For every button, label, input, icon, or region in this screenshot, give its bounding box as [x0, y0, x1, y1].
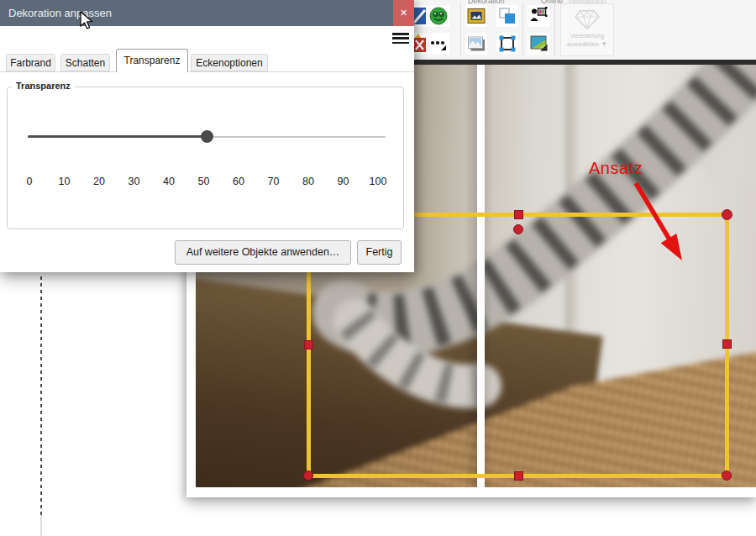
- tick-label: 60: [225, 176, 252, 187]
- framed-picture-icon: [465, 5, 487, 27]
- tick-label: 20: [86, 176, 113, 187]
- dialog-menu-button[interactable]: [392, 33, 409, 44]
- toolbar: Dekoration Online Veredelung: [414, 0, 756, 65]
- toolbar-button-photo[interactable]: [465, 33, 487, 55]
- frame-handles-icon: [496, 33, 518, 55]
- veredelung-button[interactable]: Veredelung auswählen ▼: [560, 3, 614, 56]
- annotation-text[interactable]: Ansatz: [589, 159, 643, 178]
- toolbar-bottom-strip: [414, 60, 756, 65]
- handle-bottom-left[interactable]: [303, 470, 313, 481]
- toolbar-button-frame[interactable]: [496, 33, 518, 55]
- toolbar-button-partial2[interactable]: [414, 33, 428, 55]
- handle-right-middle[interactable]: [722, 339, 732, 349]
- transparency-groupbox: [7, 87, 404, 229]
- dialog-title: Dekoration anpassen: [8, 0, 112, 26]
- person-photo-icon: [528, 5, 549, 27]
- layout-guide-line: [40, 276, 42, 515]
- close-icon: ✕: [400, 8, 407, 18]
- hamburger-icon: [392, 33, 409, 35]
- tick-label: 100: [365, 176, 391, 187]
- apply-to-more-button[interactable]: Auf weitere Objekte anwenden…: [175, 240, 351, 265]
- tick-label: 30: [121, 176, 148, 187]
- diamond-icon: [573, 8, 601, 30]
- ellipsis-icon: [428, 33, 449, 55]
- handle-rotate[interactable]: [513, 224, 523, 234]
- handle-top-middle[interactable]: [514, 210, 523, 219]
- layout-guide-line-end: [40, 515, 42, 536]
- close-button[interactable]: ✕: [393, 0, 414, 26]
- tab-schatten[interactable]: Schatten: [60, 54, 110, 71]
- transparency-slider-handle[interactable]: [201, 130, 213, 143]
- handle-left-middle[interactable]: [304, 340, 313, 349]
- tab-pane-border: [0, 71, 414, 72]
- transparency-slider-track[interactable]: [207, 136, 386, 138]
- overlap-squares-icon: [496, 5, 518, 27]
- tick-label: 70: [260, 176, 287, 187]
- veredelung-label-2: auswählen: [567, 40, 599, 48]
- tab-transparenz[interactable]: Transparenz: [116, 49, 188, 72]
- chevron-down-icon: ▼: [601, 40, 607, 48]
- transparency-group-label: Transparenz: [12, 81, 75, 91]
- toolbar-separator: [522, 3, 523, 56]
- done-button[interactable]: Fertig: [357, 240, 402, 265]
- toolbar-button-person-photo[interactable]: [528, 5, 549, 27]
- handle-top-right[interactable]: [722, 209, 732, 220]
- tick-label: 0: [16, 176, 43, 187]
- veredelung-label-1: Veredelung: [570, 32, 604, 39]
- toolbar-button-colorize[interactable]: [528, 33, 549, 55]
- smiley-icon: [428, 5, 449, 27]
- tab-eckenoptionen[interactable]: Eckenoptionen: [191, 54, 268, 71]
- toolbar-button-framed-picture[interactable]: [465, 5, 487, 27]
- toolbar-separator: [460, 3, 461, 56]
- handle-bottom-middle[interactable]: [514, 471, 523, 481]
- tab-farbrand[interactable]: Farbrand: [6, 54, 55, 71]
- tick-label: 50: [191, 176, 218, 187]
- slider-tick-labels: 0 10 20 30 40 50 60 70 80 90 100: [16, 176, 391, 187]
- photo-icon: [465, 33, 487, 55]
- toolbar-button-overlap[interactable]: [496, 5, 518, 27]
- toolbar-separator: [554, 3, 555, 56]
- decoration-dialog: Dekoration anpassen ✕ Farbrand Schatten …: [0, 0, 414, 272]
- delete-star-partial-icon: [414, 33, 428, 55]
- colorize-photo-icon: [528, 33, 549, 55]
- tick-label: 80: [295, 176, 322, 187]
- mouse-cursor: [80, 11, 94, 31]
- dialog-titlebar[interactable]: Dekoration anpassen ✕: [0, 0, 414, 26]
- app-window: Ansatz Dekoration Online Veredelung: [0, 0, 756, 536]
- handle-bottom-right[interactable]: [722, 470, 732, 481]
- toolbar-button-partial[interactable]: [414, 5, 428, 27]
- tick-label: 90: [330, 176, 357, 187]
- tick-label: 10: [51, 176, 78, 187]
- toolbar-button-more[interactable]: [428, 33, 449, 55]
- picture-partial-icon: [414, 5, 428, 27]
- tick-label: 40: [155, 176, 182, 187]
- transparency-slider-track-filled[interactable]: [28, 135, 207, 138]
- toolbar-button-smiley[interactable]: [428, 5, 449, 27]
